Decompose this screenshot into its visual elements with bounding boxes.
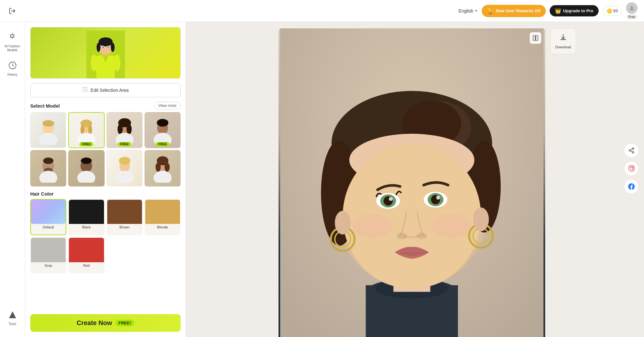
download-panel: Download [550, 28, 576, 54]
svg-point-1 [631, 6, 633, 8]
svg-point-80 [335, 211, 351, 235]
main-image-area [279, 28, 545, 337]
crown-icon: 👑 [555, 8, 561, 14]
result-container: View more › Download [254, 28, 576, 337]
svg-point-98 [630, 167, 633, 170]
rewards-label: New User Rewards 2/5 [496, 8, 541, 13]
hair-color-label-red: Red [69, 262, 104, 268]
svg-marker-3 [9, 311, 16, 318]
svg-point-19 [43, 120, 54, 127]
fashion-icon [8, 33, 17, 43]
facebook-button[interactable] [624, 179, 639, 194]
model-item-4[interactable]: FREE [145, 112, 181, 148]
hair-color-blonde[interactable]: Blonde [145, 199, 181, 235]
model-free-tag-3: FREE [118, 142, 131, 146]
main-layout: AI Fashion Models History Tools [0, 22, 644, 337]
svg-point-39 [81, 158, 92, 164]
main-image-wrap: View more › [279, 28, 545, 337]
model-item-3[interactable]: FREE [107, 112, 143, 148]
model-item-2[interactable]: FREE [68, 112, 104, 148]
svg-point-42 [119, 157, 130, 165]
trophy-icon: 🏆 [487, 7, 494, 14]
svg-point-28 [118, 124, 123, 134]
svg-point-94 [632, 151, 634, 153]
model-grid: FREE FREE [30, 112, 181, 187]
credits-button[interactable]: 🟡 93 [602, 6, 622, 16]
svg-line-95 [630, 151, 632, 152]
coin-icon: 🟡 [607, 8, 612, 14]
svg-line-96 [630, 149, 632, 150]
model-item-6[interactable] [68, 150, 104, 186]
hair-color-brown[interactable]: Brown [107, 199, 143, 235]
svg-point-24 [88, 125, 92, 134]
sidebar-item-history[interactable]: History [0, 57, 25, 81]
share-button[interactable] [624, 143, 639, 158]
svg-point-71 [436, 196, 440, 199]
hair-color-red[interactable]: Red [68, 237, 104, 273]
hair-color-black[interactable]: Black [68, 199, 104, 235]
logout-button[interactable] [6, 5, 18, 17]
user-avatar[interactable] [626, 2, 638, 14]
hair-color-label-blonde: Blonde [145, 224, 180, 230]
user-avatar-wrap: Free [626, 2, 638, 19]
compare-button[interactable] [530, 32, 541, 44]
sidebar-item-ai-fashion-models[interactable]: AI Fashion Models [0, 29, 25, 56]
hair-color-label-default: Default [31, 224, 66, 230]
svg-point-62 [353, 214, 392, 238]
svg-point-48 [154, 171, 172, 183]
svg-point-92 [632, 148, 634, 149]
svg-point-40 [77, 171, 95, 183]
svg-point-14 [91, 54, 97, 71]
download-button[interactable]: Download [550, 28, 576, 54]
model-item-8[interactable] [145, 150, 181, 186]
edit-icon [82, 87, 88, 94]
chevron-down-icon: ▼ [475, 9, 478, 13]
sidebar-label-fashion: AI Fashion Models [3, 44, 22, 52]
svg-point-23 [80, 125, 84, 134]
download-icon [559, 34, 567, 43]
hair-color-section: Hair Color Default Black Brown [30, 191, 181, 274]
svg-point-7 [99, 37, 113, 46]
credits-count: 93 [613, 8, 618, 13]
model-view-more-button[interactable]: View more [154, 102, 181, 110]
select-model-section: Select Model View more [30, 102, 181, 187]
language-selector[interactable]: English ▼ [459, 8, 478, 14]
svg-point-63 [431, 214, 471, 238]
model-free-tag-4: FREE [156, 142, 170, 146]
hair-color-default[interactable]: Default [30, 199, 66, 235]
svg-point-99 [632, 167, 633, 168]
svg-point-35 [43, 158, 53, 164]
sidebar-item-tools[interactable]: Tools [0, 307, 25, 330]
upgrade-button[interactable]: 👑 Upgrade to Pro [550, 5, 599, 16]
hair-color-grid: Default Black Brown Blonde [30, 199, 181, 274]
svg-point-93 [629, 150, 631, 151]
upgrade-label: Upgrade to Pro [563, 8, 593, 13]
history-icon [8, 61, 17, 72]
rewards-button[interactable]: 🏆 New User Rewards 2/5 [482, 5, 546, 17]
edit-selection-button[interactable]: Edit Selection Area [30, 83, 181, 97]
create-now-button[interactable]: Create Now FREE! [30, 314, 181, 332]
svg-point-46 [156, 163, 161, 172]
header: English ▼ 🏆 New User Rewards 2/5 👑 Upgra… [0, 0, 644, 22]
sidebar-label-tools: Tools [9, 322, 16, 326]
svg-point-37 [39, 171, 57, 183]
main-model-image [279, 28, 545, 337]
svg-point-20 [39, 133, 57, 145]
svg-point-73 [416, 233, 427, 239]
model-free-tag-2: FREE [80, 142, 93, 146]
svg-point-29 [127, 124, 132, 134]
svg-point-8 [97, 43, 100, 52]
hair-color-header: Hair Color [30, 191, 181, 197]
hair-color-gray[interactable]: Gray [30, 237, 66, 273]
instagram-button[interactable] [624, 161, 639, 176]
social-rail [624, 143, 639, 194]
svg-point-13 [108, 46, 109, 48]
select-model-title: Select Model [30, 103, 60, 109]
svg-point-43 [116, 171, 134, 183]
upload-area[interactable] [30, 27, 181, 79]
svg-point-15 [114, 54, 120, 71]
model-item-1[interactable] [30, 112, 66, 148]
model-item-5[interactable] [30, 150, 66, 186]
model-item-7[interactable] [107, 150, 143, 186]
free-pill: FREE! [115, 320, 134, 326]
